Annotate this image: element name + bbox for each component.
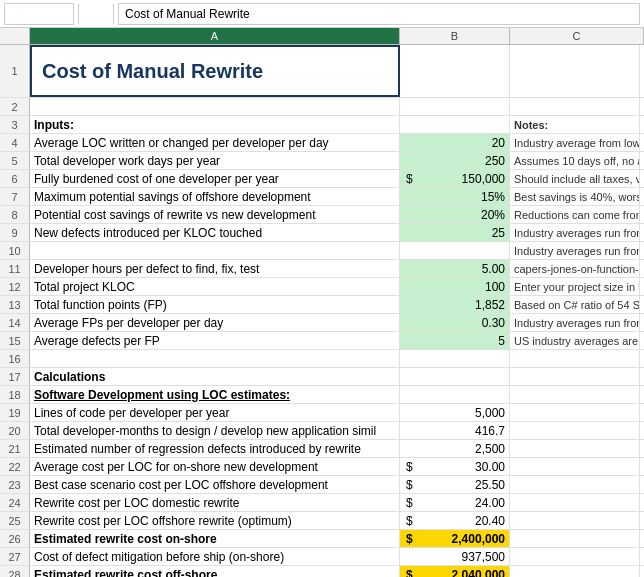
cell-b-1[interactable]	[400, 45, 510, 97]
cell-b-19[interactable]: 5,000	[400, 404, 510, 421]
cell-a-1[interactable]: Cost of Manual Rewrite	[30, 45, 400, 97]
cell-a-15[interactable]: Average defects per FP	[30, 332, 400, 349]
cell-a-21[interactable]: Estimated number of regression defects i…	[30, 440, 400, 457]
cell-b-26[interactable]: $2,400,000	[400, 530, 510, 547]
cell-b-11[interactable]: 5.00	[400, 260, 510, 277]
cell-a-17[interactable]: Calculations	[30, 368, 400, 385]
cell-a-13[interactable]: Total function points (FP)	[30, 296, 400, 313]
col-header-c[interactable]: C	[510, 28, 644, 44]
cell-c-2	[510, 98, 640, 115]
row-number: 8	[0, 206, 30, 223]
cell-b-value: 1,852	[475, 298, 505, 312]
cell-c-10: Industry averages run from 3 to 9.	[510, 242, 640, 259]
cell-a-3[interactable]: Inputs:	[30, 116, 400, 133]
formula-input[interactable]	[118, 3, 640, 25]
cell-b-9[interactable]: 25	[400, 224, 510, 241]
cell-b-2[interactable]	[400, 98, 510, 115]
cell-c-12: Enter your project size in KLOC he	[510, 278, 640, 295]
cell-b-14[interactable]: 0.30	[400, 314, 510, 331]
cell-a-19[interactable]: Lines of code per developer per year	[30, 404, 400, 421]
cell-b-17[interactable]	[400, 368, 510, 385]
row-number: 25	[0, 512, 30, 529]
cell-a-18[interactable]: Software Development using LOC estimates…	[30, 386, 400, 403]
col-header-b[interactable]: B	[400, 28, 510, 44]
cell-a-20[interactable]: Total developer-months to design / devel…	[30, 422, 400, 439]
row-number: 13	[0, 296, 30, 313]
col-header-a[interactable]: A	[30, 28, 400, 44]
cell-b-5[interactable]: 250	[400, 152, 510, 169]
dollar-sign: $	[406, 514, 413, 528]
cell-b-13[interactable]: 1,852	[400, 296, 510, 313]
cell-a-24[interactable]: Rewrite cost per LOC domestic rewrite	[30, 494, 400, 511]
dollar-sign: $	[406, 496, 413, 510]
table-row: 26Estimated rewrite cost on-shore$2,400,…	[0, 530, 644, 548]
cell-b-24[interactable]: $24.00	[400, 494, 510, 511]
cell-a-14[interactable]: Average FPs per developer per day	[30, 314, 400, 331]
table-row: 22Average cost per LOC for on-shore new …	[0, 458, 644, 476]
cell-a-10[interactable]	[30, 242, 400, 259]
cell-b-18[interactable]	[400, 386, 510, 403]
cell-a-28[interactable]: Estimated rewrite cost off-shore	[30, 566, 400, 577]
cell-b-8[interactable]: 20%	[400, 206, 510, 223]
cell-a-23[interactable]: Best case scenario cost per LOC offshore…	[30, 476, 400, 493]
cell-a-25[interactable]: Rewrite cost per LOC offshore rewrite (o…	[30, 512, 400, 529]
cell-a-22[interactable]: Average cost per LOC for on-shore new de…	[30, 458, 400, 475]
cell-a-6[interactable]: Fully burdened cost of one developer per…	[30, 170, 400, 187]
table-row: 21Estimated number of regression defects…	[0, 440, 644, 458]
cell-a-9[interactable]: New defects introduced per KLOC touched	[30, 224, 400, 241]
table-row: 28Estimated rewrite cost off-shore$2,040…	[0, 566, 644, 577]
row-number: 1	[0, 45, 30, 97]
row-number: 28	[0, 566, 30, 577]
cell-a-2[interactable]	[30, 98, 400, 115]
cell-a-16[interactable]	[30, 350, 400, 367]
cell-b-20[interactable]: 416.7	[400, 422, 510, 439]
cell-b-16[interactable]	[400, 350, 510, 367]
table-row: 3Inputs:Notes:	[0, 116, 644, 134]
cell-b-12[interactable]: 100	[400, 278, 510, 295]
cell-a-11[interactable]: Developer hours per defect to find, fix,…	[30, 260, 400, 277]
cell-reference-box[interactable]	[4, 3, 74, 25]
cell-a-27[interactable]: Cost of defect mitigation before ship (o…	[30, 548, 400, 565]
cell-b-28[interactable]: $2,040,000	[400, 566, 510, 577]
row-number: 22	[0, 458, 30, 475]
cell-b-value: 100	[485, 280, 505, 294]
cell-c-18	[510, 386, 640, 403]
cell-c-6: Should include all taxes, vacation,	[510, 170, 640, 187]
table-row: 7Maximum potential savings of offshore d…	[0, 188, 644, 206]
dollar-sign: $	[406, 532, 413, 546]
cell-c-24	[510, 494, 640, 511]
dollar-sign: $	[406, 460, 413, 474]
cell-b-27[interactable]: 937,500	[400, 548, 510, 565]
cell-a-26[interactable]: Estimated rewrite cost on-shore	[30, 530, 400, 547]
cell-b-4[interactable]: 20	[400, 134, 510, 151]
row-number: 5	[0, 152, 30, 169]
cell-b-23[interactable]: $25.50	[400, 476, 510, 493]
cell-c-22	[510, 458, 640, 475]
table-row: 2	[0, 98, 644, 116]
cell-b-6[interactable]: $150,000	[400, 170, 510, 187]
cell-a-12[interactable]: Total project KLOC	[30, 278, 400, 295]
table-row: 13Total function points (FP)1,852Based o…	[0, 296, 644, 314]
cell-b-3[interactable]	[400, 116, 510, 133]
row-number: 16	[0, 350, 30, 367]
cell-a-5[interactable]: Total developer work days per year	[30, 152, 400, 169]
row-number: 21	[0, 440, 30, 457]
cell-b-7[interactable]: 15%	[400, 188, 510, 205]
table-row: 6Fully burdened cost of one developer pe…	[0, 170, 644, 188]
table-row: 12Total project KLOC100Enter your projec…	[0, 278, 644, 296]
cell-a-8[interactable]: Potential cost savings of rewrite vs new…	[30, 206, 400, 223]
grid-container: 1Cost of Manual Rewrite23Inputs:Notes:4A…	[0, 45, 644, 577]
cell-b-15[interactable]: 5	[400, 332, 510, 349]
table-row: 19Lines of code per developer per year5,…	[0, 404, 644, 422]
cell-c-3: Notes:	[510, 116, 640, 133]
cell-b-10[interactable]	[400, 242, 510, 259]
cell-b-22[interactable]: $30.00	[400, 458, 510, 475]
row-num-corner	[0, 28, 30, 44]
cell-b-25[interactable]: $20.40	[400, 512, 510, 529]
cell-a-4[interactable]: Average LOC written or changed per devel…	[30, 134, 400, 151]
cell-c-9: Industry averages run from 10 to	[510, 224, 640, 241]
cell-b-21[interactable]: 2,500	[400, 440, 510, 457]
cell-c-28	[510, 566, 640, 577]
cell-b-value: 2,040,000	[452, 568, 505, 578]
cell-a-7[interactable]: Maximum potential savings of offshore de…	[30, 188, 400, 205]
